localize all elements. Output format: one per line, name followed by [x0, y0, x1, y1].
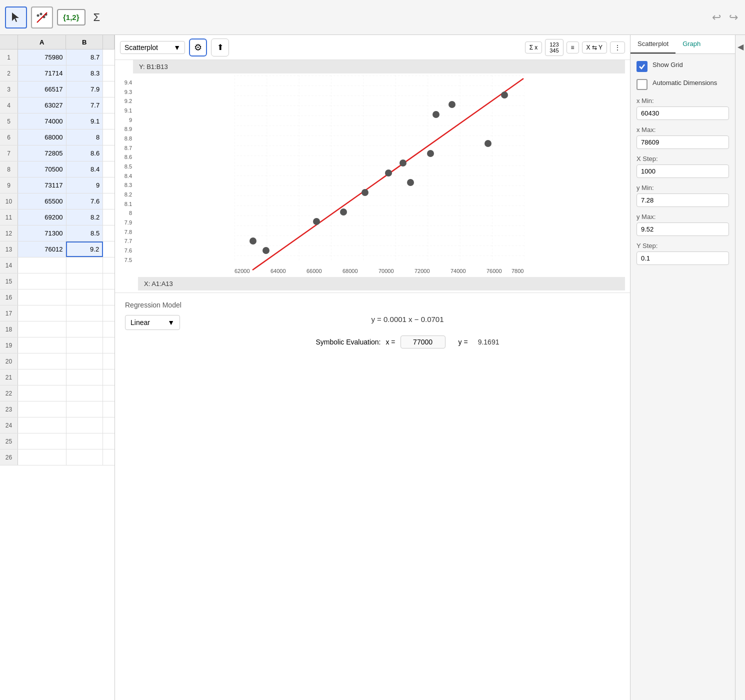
- list-icon: ≡: [571, 44, 574, 51]
- cell-a[interactable]: 70500: [18, 162, 66, 177]
- cell-a[interactable]: 63027: [18, 98, 66, 113]
- y-max-input[interactable]: [636, 222, 729, 236]
- undo-button[interactable]: ↩: [710, 9, 723, 26]
- y-min-input[interactable]: [636, 194, 729, 207]
- cell-b[interactable]: 9.2: [66, 242, 103, 257]
- table-button[interactable]: 123345: [545, 39, 563, 56]
- cell-a[interactable]: [18, 450, 66, 465]
- more-options-button[interactable]: ⋮: [610, 42, 625, 54]
- cell-b[interactable]: [66, 322, 104, 337]
- cell-a[interactable]: 72805: [18, 146, 66, 161]
- panel-collapse-button[interactable]: ◀: [735, 35, 745, 700]
- cell-b[interactable]: 9.1: [66, 114, 104, 129]
- table-row: 23: [0, 402, 114, 418]
- table-row: 24: [0, 418, 114, 434]
- cell-a[interactable]: [18, 290, 66, 305]
- sym-eval-x-input[interactable]: [400, 336, 446, 348]
- set-notation-button[interactable]: {1,2}: [57, 9, 86, 26]
- cell-a[interactable]: 76012: [18, 242, 66, 257]
- cell-a[interactable]: [18, 370, 66, 385]
- y-step-input[interactable]: [636, 252, 729, 265]
- cell-b[interactable]: 7.6: [66, 194, 104, 209]
- y-min-field: y Min:: [636, 184, 729, 207]
- chart-type-select[interactable]: Scatterplot ▼: [120, 41, 185, 54]
- cell-b[interactable]: [66, 274, 104, 289]
- cell-a[interactable]: 73117: [18, 178, 66, 193]
- cell-a[interactable]: 71714: [18, 66, 66, 81]
- sym-eval-y-result: 9.1691: [478, 338, 500, 346]
- cell-b[interactable]: [66, 402, 104, 417]
- cell-b[interactable]: 8.7: [66, 50, 104, 65]
- regression-type-select[interactable]: Linear ▼: [125, 315, 180, 330]
- cell-extra: [103, 370, 114, 385]
- cell-a[interactable]: 75980: [18, 50, 66, 65]
- cell-a[interactable]: 71300: [18, 226, 66, 241]
- export-button[interactable]: ⬆: [211, 38, 229, 56]
- cell-b[interactable]: 8.3: [66, 66, 104, 81]
- cell-b[interactable]: [66, 354, 104, 369]
- cell-a[interactable]: [18, 322, 66, 337]
- cell-b[interactable]: [66, 290, 104, 305]
- cell-b[interactable]: 8.2: [66, 210, 104, 225]
- cell-a[interactable]: [18, 354, 66, 369]
- cell-b[interactable]: [66, 434, 104, 449]
- table-row: 26: [0, 450, 114, 466]
- cell-a[interactable]: 74000: [18, 114, 66, 129]
- cell-b[interactable]: 8: [66, 130, 104, 145]
- swap-xy-button[interactable]: X ⇆ Y: [582, 42, 607, 54]
- row-number: 25: [0, 434, 18, 449]
- tab-scatterplot[interactable]: Scatterplot: [630, 35, 676, 54]
- settings-button[interactable]: ⚙: [189, 38, 207, 56]
- cell-extra: [103, 178, 114, 193]
- x-step-field: X Step:: [636, 155, 729, 178]
- cell-a[interactable]: [18, 402, 66, 417]
- cell-b[interactable]: 8.5: [66, 226, 104, 241]
- y-axis-label: 7.9: [124, 220, 132, 226]
- cell-a[interactable]: [18, 306, 66, 321]
- cell-b[interactable]: [66, 370, 104, 385]
- x-min-input[interactable]: [636, 106, 729, 120]
- redo-button[interactable]: ↪: [727, 9, 740, 26]
- x-step-input[interactable]: [636, 164, 729, 178]
- x-label-68000: 68000: [342, 268, 358, 274]
- scatter-tool-button[interactable]: [31, 6, 53, 28]
- tab-graph[interactable]: Graph: [676, 35, 708, 54]
- cell-b[interactable]: [66, 450, 104, 465]
- cell-b[interactable]: 7.7: [66, 98, 104, 113]
- row-number: 19: [0, 338, 18, 353]
- cell-a[interactable]: [18, 434, 66, 449]
- row-number: 21: [0, 370, 18, 385]
- row-number: 9: [0, 178, 18, 193]
- y-axis-label: 7.5: [124, 257, 132, 263]
- cell-b[interactable]: 9: [66, 178, 104, 193]
- cell-a[interactable]: [18, 274, 66, 289]
- cell-a[interactable]: 66517: [18, 82, 66, 97]
- auto-dim-checkbox[interactable]: [636, 79, 648, 90]
- cell-b[interactable]: [66, 338, 104, 353]
- sigma-button[interactable]: Σ: [90, 9, 104, 26]
- sum-x-button[interactable]: Σx: [525, 42, 542, 54]
- select-tool-button[interactable]: [5, 6, 27, 28]
- cell-a[interactable]: 65500: [18, 194, 66, 209]
- cell-a[interactable]: [18, 418, 66, 433]
- y-axis-label: 8: [129, 210, 132, 216]
- cell-b[interactable]: 7.9: [66, 82, 104, 97]
- list-button[interactable]: ≡: [566, 42, 579, 54]
- cell-b[interactable]: 8.6: [66, 146, 104, 161]
- cell-b[interactable]: [66, 386, 104, 401]
- show-grid-checkbox[interactable]: [636, 61, 648, 72]
- cell-a[interactable]: [18, 338, 66, 353]
- cell-b[interactable]: [66, 418, 104, 433]
- cell-extra: [103, 50, 114, 65]
- cell-a[interactable]: [18, 386, 66, 401]
- table-row: 1759808.7: [0, 50, 114, 66]
- cell-a[interactable]: [18, 258, 66, 273]
- cell-b[interactable]: 8.4: [66, 162, 104, 177]
- cell-b[interactable]: [66, 306, 104, 321]
- cell-a[interactable]: 68000: [18, 130, 66, 145]
- cell-a[interactable]: 69200: [18, 210, 66, 225]
- cell-b[interactable]: [66, 258, 104, 273]
- x-max-input[interactable]: [636, 136, 729, 149]
- y-range-label: Y: B1:B13: [133, 60, 625, 74]
- sum-icon: Σ: [530, 44, 533, 51]
